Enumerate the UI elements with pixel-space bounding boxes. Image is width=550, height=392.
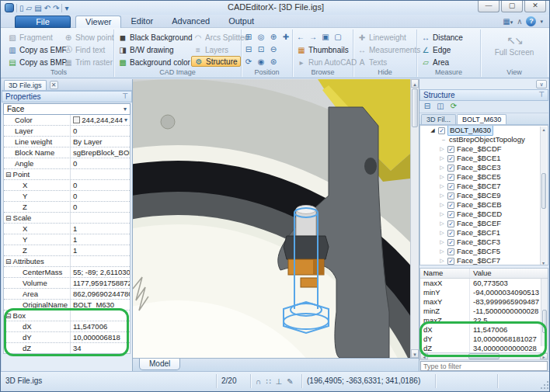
next-doc-icon[interactable]: ▢ — [332, 32, 344, 42]
collapse-icon[interactable]: ⊟ — [5, 258, 12, 265]
file-menu-button[interactable]: File — [15, 16, 71, 28]
property-row-angle[interactable]: Angle0 — [4, 158, 130, 169]
checkbox-checked[interactable]: ✓ — [447, 183, 454, 190]
scrollbar-thumb[interactable] — [412, 88, 418, 127]
collapse-icon[interactable]: ⊟ — [5, 312, 12, 320]
refresh-icon[interactable]: ⟳ — [448, 102, 459, 112]
property-row-color[interactable]: Color244,244,244▾ — [4, 115, 130, 126]
viewport-3d[interactable] — [133, 79, 419, 358]
collapsed-icon[interactable]: ▷ — [439, 256, 445, 265]
property-row-volume[interactable]: Volume1177,95917588722 — [4, 278, 130, 289]
zoom-in-button[interactable]: ⊕ — [267, 32, 280, 42]
fragment-button[interactable]: ▧Fragment — [5, 32, 55, 43]
checkbox-checked[interactable]: ✓ — [447, 230, 454, 237]
scroll-down-icon[interactable]: ▾ — [411, 349, 419, 358]
black-background-button[interactable]: ◼Black Background — [116, 32, 195, 43]
checkbox-checked[interactable]: ✓ — [447, 248, 454, 255]
property-row-lineweight[interactable]: Line weightBy Layer — [4, 137, 130, 147]
face-label[interactable]: Face_$BCE5 — [457, 172, 501, 182]
orbit-button[interactable]: ⊞ — [242, 32, 255, 42]
property-row-scale-z[interactable]: Z1 — [4, 245, 130, 256]
ortho-icon[interactable]: ∩ — [256, 375, 261, 388]
pin-icon[interactable]: ⊤ — [538, 90, 545, 100]
checkbox-checked[interactable]: ✓ — [447, 146, 454, 153]
collapsed-icon[interactable]: ▷ — [439, 182, 445, 191]
hide-lineweight-button[interactable]: ✚Lineweight — [355, 32, 409, 43]
forward-icon[interactable]: → — [307, 32, 319, 42]
category-row-box[interactable]: ⊟Box — [4, 310, 130, 321]
face-label[interactable]: Face_$BCE7 — [457, 182, 501, 191]
thumbnails-button[interactable]: ▦Thumbnails — [294, 44, 351, 55]
tree-face-row[interactable]: ▷ ✓ Face_$BCF3 — [420, 238, 548, 247]
table-row[interactable]: dY 10,0000068181027 — [420, 335, 548, 344]
tree-face-row[interactable]: ▷ ✓ Face_$BCE7 — [420, 182, 548, 191]
checkbox-checked[interactable]: ✓ — [447, 202, 454, 209]
face-label[interactable]: Face_$BCEB — [457, 200, 502, 210]
checkbox-checked[interactable]: ✓ — [438, 127, 445, 134]
full-screen-button[interactable]: ↖↘Full Screen — [491, 34, 538, 57]
hide-measurements-button[interactable]: ↔Measurements — [355, 44, 423, 55]
open-file-icon[interactable]: ▱ — [26, 3, 33, 13]
structure-tab-file[interactable]: 3D Fil... — [421, 114, 456, 124]
property-row-originalname[interactable]: OriginalNameBOLT_M630 — [4, 300, 130, 310]
previous-view-button[interactable]: ◉ — [255, 57, 267, 67]
property-row-point-z[interactable]: Z0 — [4, 202, 130, 213]
document-tab[interactable]: 3D File.igs — [4, 80, 47, 90]
tab-editor[interactable]: Editor — [121, 16, 162, 28]
copy-as-emf-button[interactable]: ▥Copy as EMF — [5, 44, 69, 55]
measure-distance-button[interactable]: ↔Distance — [419, 32, 465, 43]
property-row-blockname[interactable]: Block NamesgBrepBlock_BOLT_M6 — [4, 147, 130, 158]
bw-drawing-button[interactable]: ◨B/W drawing — [116, 44, 176, 55]
property-row-scale-x[interactable]: X1 — [4, 224, 130, 234]
layers-button[interactable]: ≡Layers — [191, 44, 231, 55]
new-file-icon[interactable]: ▯ — [19, 3, 24, 13]
zoom-extents-button[interactable]: ⊛ — [267, 57, 280, 67]
run-autocad-button[interactable]: ▸Run AutoCAD — [294, 57, 359, 68]
collapsed-icon[interactable]: ▷ — [439, 200, 445, 210]
qat-customize-icon[interactable]: ▾ — [64, 3, 68, 13]
tree-face-row[interactable]: ▷ ✓ Face_$BCED — [420, 210, 548, 219]
table-row[interactable]: dX 11,547006 — [420, 325, 548, 335]
scrollbar-thumb[interactable] — [542, 310, 547, 333]
collapsed-icon[interactable]: ▷ — [439, 172, 445, 182]
scrollbar-thumb[interactable] — [541, 173, 546, 209]
snap-button[interactable]: ⊟ — [242, 44, 255, 54]
scroll-up-icon[interactable]: ▴ — [542, 127, 545, 132]
collapsed-icon[interactable]: ▷ — [439, 228, 445, 238]
fit-to-window-button[interactable]: ⊡ — [255, 44, 267, 54]
property-row-point-y[interactable]: Y0 — [4, 191, 130, 202]
table-row[interactable]: maxY -83,9999965909487 — [420, 297, 548, 307]
collapse-icon[interactable]: ⊟ — [5, 214, 12, 222]
scrollbar-thumb[interactable] — [468, 353, 500, 359]
copy-as-bmp-button[interactable]: ▤Copy as BMP — [5, 57, 69, 68]
category-row-point[interactable]: ⊟Point — [4, 169, 130, 180]
minimize-button[interactable]: — — [478, 1, 500, 12]
tree-face-row[interactable]: ▷ ✓ Face_$BCE5 — [420, 172, 548, 182]
face-label[interactable]: Face_$BCDF — [457, 144, 502, 154]
face-label[interactable]: Face_$BCF7 — [457, 256, 500, 265]
checkbox-checked[interactable]: ✓ — [447, 220, 454, 227]
table-row[interactable]: minZ -11,5000000000028 — [420, 307, 548, 316]
collapse-panel-icon[interactable]: ∨ — [536, 80, 547, 88]
measure-area-button[interactable]: ▱Area — [419, 57, 451, 68]
property-row-dy[interactable]: dY10,000006818 — [4, 332, 130, 343]
zoom-window-button[interactable]: ◎ — [255, 32, 267, 42]
tab-output[interactable]: Output — [219, 16, 263, 28]
tree-face-row[interactable]: ▷ ✓ Face_$BCE3 — [420, 163, 548, 172]
collapsed-icon[interactable]: ▷ — [439, 144, 445, 154]
background-color-button[interactable]: ▩Background color — [116, 57, 193, 68]
split-horizontal-icon[interactable]: ⊟ — [422, 102, 433, 112]
zoom-out-button[interactable]: ⊖ — [267, 44, 280, 54]
scroll-up-icon[interactable]: ▴ — [411, 79, 419, 88]
collapsed-icon[interactable]: ▷ — [439, 210, 445, 219]
structure-tab-block[interactable]: BOLT_M630 — [457, 114, 506, 124]
face-label[interactable]: Face_$BCE3 — [457, 163, 501, 172]
tree-face-row[interactable]: ▷ ✓ Face_$BCF7 — [420, 256, 548, 265]
scroll-down-icon[interactable]: ▾ — [542, 260, 545, 265]
model-tab[interactable]: Model — [139, 359, 180, 370]
rotate-view-button[interactable]: ⟳ — [242, 57, 255, 67]
property-row-point-x[interactable]: X0 — [4, 180, 130, 191]
face-label[interactable]: Face_$BCE1 — [457, 154, 501, 163]
collapsed-icon[interactable]: ▷ — [439, 219, 445, 228]
trim-raster-button[interactable]: ▦Trim raster — [61, 57, 115, 68]
